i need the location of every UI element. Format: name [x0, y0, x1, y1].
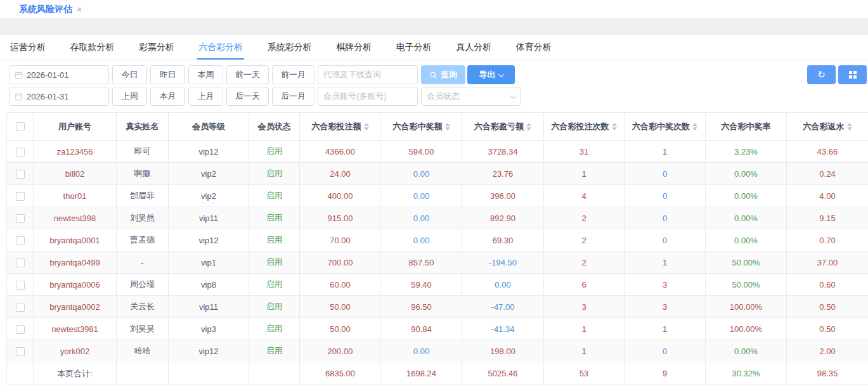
sort-icon[interactable] [692, 123, 697, 131]
start-date-input[interactable]: 2026-01-01 [9, 65, 109, 84]
cell-level: vip11 [169, 207, 249, 229]
cell-bet-count: 1 [544, 318, 625, 340]
refresh-button[interactable]: ↻ [807, 65, 836, 84]
search-button[interactable]: 查询 [421, 65, 465, 84]
sort-icon[interactable] [445, 123, 450, 131]
page-tab-title: 系统风险评估 [19, 4, 72, 15]
member-status-select[interactable]: 会员状态 [421, 87, 521, 106]
sort-icon[interactable] [364, 123, 369, 131]
cell-profit-loss: 892.90 [462, 207, 544, 229]
tab-operations[interactable]: 运营分析 [9, 42, 47, 60]
cell-win-amount: 0.00 [381, 207, 462, 229]
cell-win-count: 3 [625, 296, 706, 318]
col-win-amount: 六合彩中奖额 [381, 113, 462, 141]
row-checkbox[interactable] [16, 281, 25, 290]
sort-icon[interactable] [847, 123, 852, 131]
row-checkbox[interactable] [16, 192, 25, 201]
tab-live-casino[interactable]: 真人分析 [455, 42, 493, 60]
table-body: za123456即可vip12启用4366.00594.003728.34311… [7, 141, 868, 362]
quick-prev-day-button[interactable]: 前一天 [226, 65, 269, 84]
close-icon[interactable]: × [77, 5, 82, 14]
quick-today-button[interactable]: 今日 [112, 65, 147, 84]
cell-account[interactable]: newtest398 [34, 207, 117, 229]
select-all-cell [7, 113, 34, 141]
cell-account[interactable]: bryantqa0002 [34, 296, 117, 318]
cell-bet-count: 3 [544, 296, 625, 318]
row-checkbox[interactable] [16, 303, 25, 312]
row-checkbox[interactable] [16, 214, 25, 223]
cell-account[interactable]: york002 [34, 340, 117, 362]
cell-win-amount: 59.40 [381, 274, 462, 296]
tab-board-games[interactable]: 棋牌分析 [335, 42, 373, 60]
sort-icon[interactable] [526, 123, 531, 131]
summary-cell-bet-amount: 6835.00 [300, 362, 381, 385]
col-member-level: 会员等级 [169, 113, 249, 141]
summary-cell-real-name [117, 362, 169, 385]
cell-rebate: 4.00 [787, 185, 868, 207]
quick-last-week-button[interactable]: 上周 [112, 87, 147, 106]
cell-account[interactable]: bill02 [34, 163, 117, 185]
cell-rebate: 0.24 [787, 163, 868, 185]
row-checkbox[interactable] [16, 347, 25, 356]
cell-status: 启用 [249, 163, 300, 185]
cell-win-rate: 0.00% [706, 340, 787, 362]
export-button[interactable]: 导出 [467, 65, 515, 84]
cell-account[interactable]: bryantqa0001 [34, 229, 117, 252]
quick-next-day-button[interactable]: 后一天 [226, 87, 269, 106]
row-checkbox[interactable] [16, 170, 25, 179]
row-select-cell [7, 318, 34, 340]
row-checkbox[interactable] [16, 236, 25, 245]
cell-bet-amount: 700.00 [300, 252, 381, 274]
end-date-value: 2026-01-31 [27, 92, 69, 101]
row-select-cell [7, 163, 34, 185]
search-icon [429, 71, 437, 79]
select-all-checkbox[interactable] [16, 122, 25, 131]
quick-prev-month-button[interactable]: 前一月 [272, 65, 314, 84]
row-checkbox[interactable] [16, 325, 25, 334]
tab-lottery[interactable]: 彩票分析 [138, 42, 176, 60]
cell-account[interactable]: bryantqa0499 [34, 252, 117, 274]
summary-cell-level [169, 362, 249, 385]
chevron-down-icon [498, 71, 504, 77]
quick-this-month-button[interactable]: 本月 [150, 87, 185, 106]
cell-bet-amount: 70.00 [300, 229, 381, 252]
tab-mark-six[interactable]: 六合彩分析 [197, 42, 244, 60]
cell-account[interactable]: za123456 [34, 141, 117, 163]
cell-account[interactable]: bryantqa0006 [34, 274, 117, 296]
cell-status: 启用 [249, 229, 300, 252]
cell-real-name: 哈哈 [117, 340, 169, 362]
page-tab[interactable]: 系统风险评估 × [19, 4, 82, 15]
cell-bet-count: 1 [544, 163, 625, 185]
quick-next-month-button[interactable]: 后一月 [272, 87, 314, 106]
tab-deposit-withdraw[interactable]: 存取款分析 [68, 42, 115, 60]
quick-last-month-button[interactable]: 上月 [188, 87, 223, 106]
column-settings-button[interactable] [838, 65, 867, 84]
row-select-cell [7, 185, 34, 207]
cell-account[interactable]: thor01 [34, 185, 117, 207]
agent-search-input[interactable]: 代理及下线查询 [318, 65, 418, 84]
cell-win-amount: 594.00 [381, 141, 462, 163]
end-date-input[interactable]: 2026-01-31 [9, 87, 109, 106]
summary-cell-win-count: 9 [625, 362, 706, 385]
quick-yesterday-button[interactable]: 昨日 [150, 65, 185, 84]
cell-level: vip12 [169, 340, 249, 362]
tab-sports[interactable]: 体育分析 [515, 42, 553, 60]
quick-this-week-button[interactable]: 本周 [188, 65, 223, 84]
tab-system-lottery[interactable]: 系统彩分析 [266, 42, 313, 60]
cell-real-name: 曹孟德 [117, 229, 169, 252]
tab-electronic[interactable]: 电子分析 [395, 42, 433, 60]
row-select-cell [7, 274, 34, 296]
filter-bar: 2026-01-01 今日 昨日 本周 前一天 前一月 代理及下线查询 查询 导… [0, 60, 868, 112]
sort-icon[interactable] [612, 123, 617, 131]
cell-status: 启用 [249, 252, 300, 274]
window-tab-bar: 系统风险评估 × [0, 0, 868, 19]
cell-level: vip11 [169, 296, 249, 318]
chevron-down-icon [510, 92, 517, 99]
member-account-input[interactable]: 会员账号(多账号) [318, 87, 418, 106]
cell-bet-amount: 24.00 [300, 163, 381, 185]
row-checkbox[interactable] [16, 148, 25, 156]
row-checkbox[interactable] [16, 258, 25, 267]
col-bet-count: 六合彩投注次数 [544, 113, 625, 141]
cell-account[interactable]: newtest3981 [34, 318, 117, 340]
summary-empty-cell [7, 362, 34, 385]
